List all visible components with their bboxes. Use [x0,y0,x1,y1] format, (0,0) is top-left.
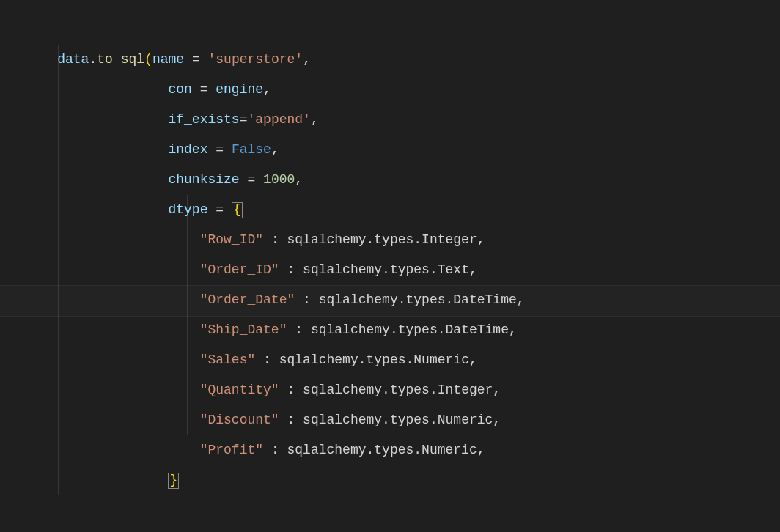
token-eq: = [184,52,207,67]
token-colon: : [295,292,318,307]
token-param: con [168,82,191,97]
indent [57,292,199,307]
token-colon: : [279,262,303,277]
code-line: ) [26,495,780,525]
indent-guide [187,195,188,435]
token-eq: = [240,172,263,187]
token-string: "Sales" [200,352,256,367]
token-identifier: sqlalchemy.types.DateTime [319,292,517,307]
token-comma: , [509,322,517,337]
token-comma: , [263,82,271,97]
token-string: "Order_ID" [200,262,279,277]
token-comma: , [517,292,525,307]
matching-brace-close: } [168,473,179,489]
indent [57,142,168,157]
token-string: "Quantity" [200,383,279,397]
token-param: index [168,142,207,157]
token-string: 'append' [247,112,310,127]
token-colon: : [287,322,310,337]
token-number: 1000 [263,172,295,187]
indent [57,443,199,457]
token-eq: = [207,142,231,157]
token-comma: , [295,172,303,187]
token-string: "Row_ID" [200,232,263,247]
indent [57,413,199,427]
indent [57,82,168,97]
token-eq: = [240,112,248,127]
token-identifier: sqlalchemy.types.Numeric [279,352,469,367]
token-eq: = [192,82,216,97]
token-string: "Order_Date" [200,292,295,307]
token-constant: False [232,142,271,157]
token-comma: , [469,352,477,367]
token-identifier: sqlalchemy.types.Text [303,262,469,277]
token-identifier: sqlalchemy.types.Numeric [287,443,477,457]
token-param: name [152,52,184,67]
token-identifier: sqlalchemy.types.Integer [303,383,493,397]
token-dot: . [89,52,97,67]
token-param: dtype [168,202,207,217]
token-colon: : [255,352,279,367]
code-editor[interactable]: data.to_sql(name = 'superstore', con = e… [0,0,780,532]
matching-brace-open: { [232,202,243,218]
token-colon: : [279,413,303,427]
token-param: chunksize [168,172,239,187]
token-string: "Discount" [200,413,279,427]
indent [57,322,199,337]
token-identifier: sqlalchemy.types.Numeric [303,413,493,427]
token-comma: , [477,443,485,457]
token-identifier: sqlalchemy.types.Integer [287,232,477,247]
token-string: 'superstore' [208,52,303,67]
indent [57,202,168,217]
token-identifier: sqlalchemy.types.DateTime [311,322,509,337]
token-comma: , [469,262,477,277]
token-comma: , [493,383,501,397]
token-comma: , [493,413,501,427]
indent [57,473,168,487]
token-string: "Profit" [200,443,263,457]
token-comma: , [477,232,485,247]
indent [57,172,168,187]
token-paren-open: ( [144,52,152,67]
token-comma: , [271,142,279,157]
token-colon: : [279,383,303,397]
token-param: if_exists [168,112,239,127]
token-colon: : [263,232,287,247]
token-function: to_sql [97,52,144,67]
code-line: data.to_sql(name = 'superstore', [26,15,780,45]
token-string: "Ship_Date" [200,322,287,337]
indent [57,383,199,397]
token-eq: = [207,202,231,217]
indent [57,232,199,247]
token-variable: data [57,52,89,67]
indent [57,112,168,127]
indent [57,262,199,277]
token-colon: : [263,443,287,457]
token-comma: , [311,112,319,127]
token-variable: engine [216,82,263,97]
token-comma: , [303,52,311,67]
indent [57,352,199,367]
